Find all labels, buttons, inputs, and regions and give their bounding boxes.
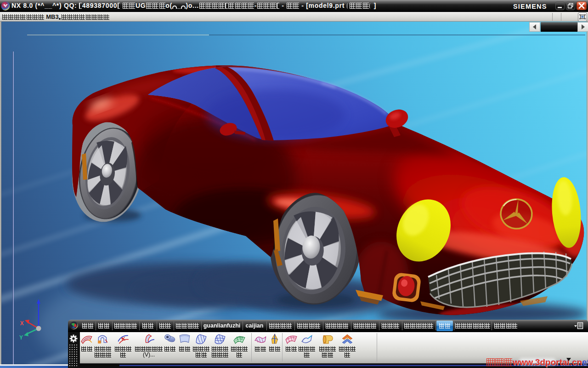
svg-text:Y: Y — [19, 334, 23, 341]
svg-text:X: X — [20, 320, 24, 327]
